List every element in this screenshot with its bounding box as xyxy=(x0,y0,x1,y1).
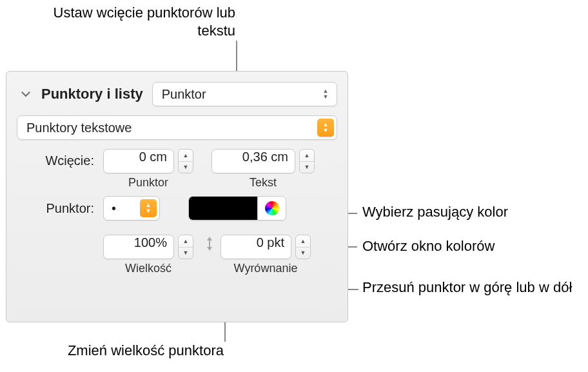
bullet-type-row: Punktory tekstowe ▲▼ xyxy=(17,115,337,140)
bullets-lists-panel: Punktory i listy Punktor ▲▼ Punktory tek… xyxy=(6,71,348,322)
updown-chevron-icon: ▲▼ xyxy=(317,119,334,137)
align-stepper[interactable]: 0 pkt ▲▼ xyxy=(220,235,311,259)
stepper-buttons[interactable]: ▲▼ xyxy=(299,149,315,173)
indent-text-stepper[interactable]: 0,36 cm ▲▼ xyxy=(211,149,315,173)
size-value[interactable]: 100% xyxy=(103,235,174,259)
indent-text-col: 0,36 cm ▲▼ Tekst xyxy=(211,149,315,190)
svg-rect-0 xyxy=(209,240,210,247)
indent-bullet-col: 0 cm ▲▼ Punktor xyxy=(103,149,193,190)
size-col: 100% ▲▼ Wielkość xyxy=(103,235,193,275)
indent-text-value[interactable]: 0,36 cm xyxy=(211,149,295,173)
size-align-row: 100% ▲▼ Wielkość 0 pkt ▲▼ Wyrównanie xyxy=(17,235,337,275)
updown-chevron-icon: ▲▼ xyxy=(140,199,157,217)
section-title: Punktory i listy xyxy=(41,86,143,103)
callout-indent-label: Ustaw wcięcie punktorów lub tekstu xyxy=(39,4,235,39)
list-style-select[interactable]: Punktor ▲▼ xyxy=(152,82,337,106)
color-swatch[interactable] xyxy=(189,197,257,220)
indent-bullet-sublabel: Punktor xyxy=(128,176,168,190)
callout-color-window-label: Otwórz okno kolorów xyxy=(362,237,495,255)
bullet-char-select[interactable]: • ▲▼ xyxy=(103,196,160,220)
color-wheel-icon xyxy=(265,201,279,215)
stepper-buttons[interactable]: ▲▼ xyxy=(178,149,193,173)
stepper-buttons[interactable]: ▲▼ xyxy=(178,235,193,259)
indent-row: Wcięcie: 0 cm ▲▼ Punktor 0,36 cm ▲▼ Teks… xyxy=(17,149,337,190)
bullet-type-select[interactable]: Punktory tekstowe ▲▼ xyxy=(17,115,337,140)
bullet-char-value: • xyxy=(112,201,116,216)
callout-color-match-label: Wybierz pasujący kolor xyxy=(362,203,508,221)
indent-bullet-stepper[interactable]: 0 cm ▲▼ xyxy=(103,149,193,173)
vertical-align-icon xyxy=(202,235,217,253)
indent-text-sublabel: Tekst xyxy=(250,176,277,190)
bullet-char-label: Punktor: xyxy=(17,201,94,216)
bullet-type-value: Punktory tekstowe xyxy=(26,121,132,135)
disclosure-chevron-icon[interactable] xyxy=(17,86,35,102)
color-picker-button[interactable] xyxy=(257,197,286,220)
panel-header-row: Punktory i listy Punktor ▲▼ xyxy=(17,82,337,106)
size-stepper[interactable]: 100% ▲▼ xyxy=(103,235,193,259)
indent-bullet-value[interactable]: 0 cm xyxy=(103,149,174,173)
callout-size-label: Zmień wielkość punktora xyxy=(8,342,224,360)
align-col: 0 pkt ▲▼ Wyrównanie xyxy=(220,235,311,275)
updown-chevron-icon: ▲▼ xyxy=(317,85,334,103)
size-sublabel: Wielkość xyxy=(125,262,172,275)
list-style-value: Punktor xyxy=(162,87,206,102)
align-value[interactable]: 0 pkt xyxy=(220,235,291,259)
align-sublabel: Wyrównanie xyxy=(234,262,298,275)
indent-label: Wcięcie: xyxy=(17,149,94,168)
bullet-char-row: Punktor: • ▲▼ xyxy=(17,196,337,220)
bullet-color-well xyxy=(188,196,286,220)
callout-move-bullet-label: Przesuń punktor w górę lub w dół xyxy=(362,279,572,297)
stepper-buttons[interactable]: ▲▼ xyxy=(295,235,311,259)
